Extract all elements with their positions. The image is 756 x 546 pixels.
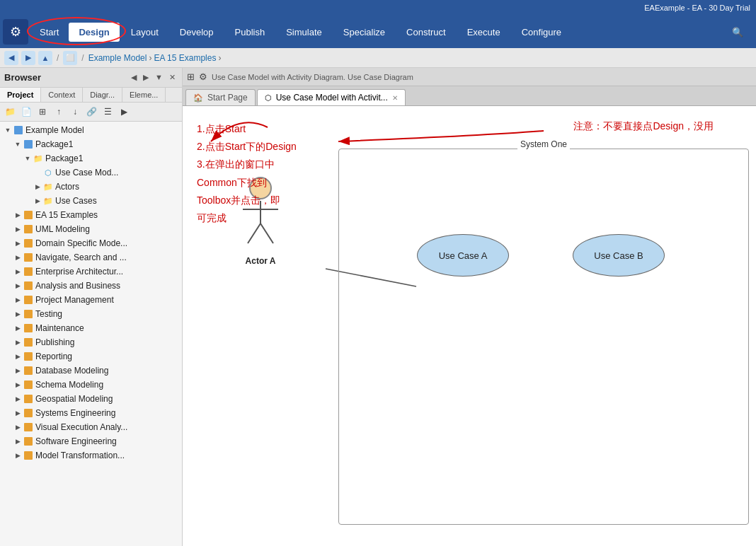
tree-item-model-transform[interactable]: ▶ Model Transformation... [0,448,182,463]
tree-item-navigate[interactable]: ▶ Navigate, Search and ... [0,250,182,265]
menu-execute[interactable]: Execute [457,23,510,42]
tab-close-usecase[interactable]: ✕ [392,94,398,102]
tree-arrow-analysis[interactable]: ▶ [13,281,23,291]
menu-construct[interactable]: Construct [396,23,456,42]
stb-list[interactable]: ☰ [101,105,115,119]
breadcrumb: Example Model › EA 15 Examples › [88,53,222,63]
tree-item-software[interactable]: ▶ Software Engineering [0,434,182,448]
nav-forward[interactable]: ▶ [21,51,35,65]
diagram-area[interactable]: System One Use Case A Use Case B [183,106,756,546]
tree-arrow-database[interactable]: ▶ [13,366,23,376]
stb-down[interactable]: ↓ [68,105,82,119]
use-case-a[interactable]: Use Case A [417,234,509,277]
tree-arrow-software[interactable]: ▶ [13,436,23,446]
sidebar-close[interactable]: ✕ [167,72,178,83]
sidebar-tab-context[interactable]: Context [41,88,83,102]
tree-arrow-example[interactable]: ▼ [3,125,13,135]
tree-arrow-reporting[interactable]: ▶ [13,352,23,361]
sidebar-nav-back[interactable]: ◀ [129,72,139,83]
tree-arrow-domain[interactable]: ▶ [13,238,23,248]
nav-up[interactable]: ▲ [38,51,52,65]
circled-menu-items: Start Design [30,23,120,42]
tree-arrow-project-mgmt[interactable]: ▶ [13,295,23,305]
stb-link[interactable]: 🔗 [84,105,98,119]
menu-configure[interactable]: Configure [512,23,571,42]
tab-usecase-diagram[interactable]: ⬡ Use Case Model with Activit... ✕ [257,89,406,105]
tree-item-publishing[interactable]: ▶ Publishing [0,335,182,349]
tree-item-database[interactable]: ▶ Database Modeling [0,364,182,378]
tab-start-page[interactable]: 🏠 Start Page [185,89,256,105]
menu-publish[interactable]: Publish [225,23,275,42]
tree-label-model-transform: Model Transformation... [35,451,125,460]
tree-item-visual[interactable]: ▶ Visual Execution Analy... [0,420,182,434]
sidebar-tree: ▼ Example Model ▼ Package1 ▼ 📁 Package1 [0,122,182,546]
menu-develop[interactable]: Develop [170,23,224,42]
tree-item-testing[interactable]: ▶ Testing [0,307,182,321]
tree-item-domain[interactable]: ▶ Domain Specific Mode... [0,236,182,250]
tree-arrow-schema[interactable]: ▶ [13,380,23,390]
tree-label-visual: Visual Execution Analy... [35,422,127,432]
tree-icon-model-transform [23,450,34,461]
tree-arrow-ea15[interactable]: ▶ [13,210,23,220]
use-case-b[interactable]: Use Case B [573,234,665,277]
menu-start[interactable]: Start [30,23,69,42]
tree-arrow-model-transform[interactable]: ▶ [13,451,23,460]
breadcrumb-example[interactable]: Example Model [88,53,147,63]
nav-back[interactable]: ◀ [4,51,18,65]
tree-item-usecase-mod[interactable]: ⬡ Use Case Mod... [0,165,182,180]
tree-arrow-systems[interactable]: ▶ [13,408,23,418]
tree-item-package1-l2[interactable]: ▼ 📁 Package1 [0,151,182,165]
tree-arrow-navigate[interactable]: ▶ [13,252,23,262]
stb-pkg-icon[interactable]: ⊞ [35,105,50,119]
tree-arrow-maintenance[interactable]: ▶ [13,323,23,333]
tree-arrow-pkg1-l1[interactable]: ▼ [13,139,23,149]
stb-new-folder[interactable]: 📁 [3,105,17,119]
tree-label-navigate: Navigate, Search and ... [35,252,127,262]
tree-item-schema[interactable]: ▶ Schema Modeling [0,378,182,392]
tree-arrow-uc [33,168,42,178]
tree-arrow-visual[interactable]: ▶ [13,422,23,432]
tree-item-analysis[interactable]: ▶ Analysis and Business [0,279,182,293]
tree-icon-reporting [23,351,34,362]
tree-item-reporting[interactable]: ▶ Reporting [0,349,182,364]
sidebar-expand[interactable]: ▼ [153,72,165,83]
tree-arrow-geospatial[interactable]: ▶ [13,394,23,404]
tree-label-project-mgmt: Project Management [35,295,114,305]
tree-item-uml[interactable]: ▶ UML Modeling [0,222,182,236]
tree-item-project-mgmt[interactable]: ▶ Project Management [0,293,182,307]
tree-item-geospatial[interactable]: ▶ Geospatial Modeling [0,392,182,406]
tree-item-example-model[interactable]: ▼ Example Model [0,123,182,137]
tree-item-package1-l1[interactable]: ▼ Package1 [0,137,182,151]
tree-arrow-enterprise[interactable]: ▶ [13,267,23,277]
app-icon[interactable]: ⚙ [3,19,28,45]
sidebar-tab-diagrams[interactable]: Diagr... [83,88,122,102]
qt-panels-icon[interactable]: ⊞ [187,71,195,82]
sidebar-tab-elements[interactable]: Eleme... [122,88,166,102]
tab-usecase-label: Use Case Model with Activit... [276,93,388,103]
menu-specialize[interactable]: Specialize [333,23,395,42]
menu-design[interactable]: Design [69,23,119,42]
tree-arrow-testing[interactable]: ▶ [13,309,23,319]
tree-item-systems[interactable]: ▶ Systems Engineering [0,406,182,420]
stb-new-file[interactable]: 📄 [19,105,33,119]
menu-search[interactable]: 🔍 [722,23,753,42]
tree-item-usecases[interactable]: ▶ 📁 Use Cases [0,194,182,208]
stb-arrow-right[interactable]: ▶ [117,105,131,119]
stb-up[interactable]: ↑ [52,105,66,119]
tree-item-maintenance[interactable]: ▶ Maintenance [0,321,182,335]
tree-item-actors[interactable]: ▶ 📁 Actors [0,180,182,194]
menu-layout[interactable]: Layout [121,23,168,42]
qt-settings-icon[interactable]: ⚙ [199,71,207,82]
tree-arrow-actors[interactable]: ▶ [33,182,42,192]
tree-arrow-uml[interactable]: ▶ [13,224,23,234]
tree-item-ea15[interactable]: ▶ EA 15 Examples [0,208,182,222]
nav-home[interactable]: ⬜ [63,51,77,65]
tree-arrow-pkg1-l2[interactable]: ▼ [23,153,33,163]
tree-item-enterprise[interactable]: ▶ Enterprise Architectur... [0,265,182,279]
menu-simulate[interactable]: Simulate [276,23,332,42]
breadcrumb-ea15[interactable]: EA 15 Examples [154,53,216,63]
sidebar-nav-fwd[interactable]: ▶ [141,72,151,83]
tree-arrow-publishing[interactable]: ▶ [13,337,23,347]
sidebar-tab-project[interactable]: Project [0,88,41,102]
tree-arrow-usecases[interactable]: ▶ [33,196,42,206]
